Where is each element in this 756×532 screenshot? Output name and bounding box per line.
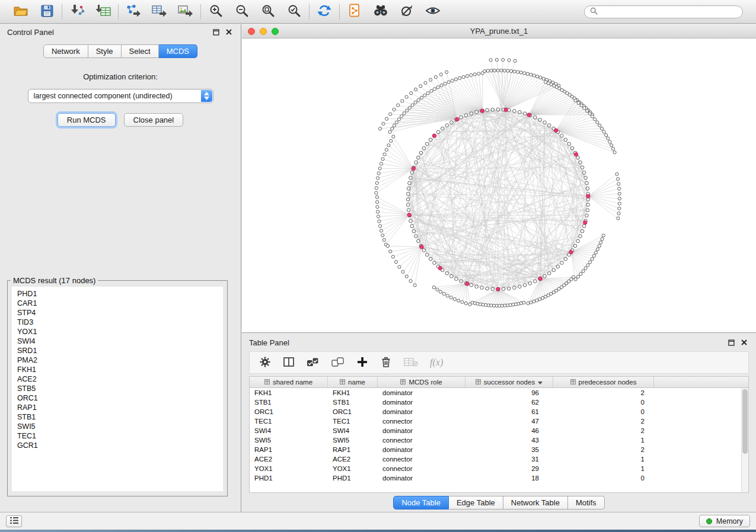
mcds-result-item[interactable]: PHD1: [17, 289, 218, 299]
export-table-button[interactable]: [151, 4, 168, 20]
mcds-result-item[interactable]: RAP1: [17, 403, 218, 412]
table-cell: SWI5: [250, 435, 328, 445]
add-column-icon[interactable]: [356, 356, 368, 370]
column-header-predecessor-nodes[interactable]: predecessor nodes: [553, 377, 654, 387]
find-button[interactable]: [372, 4, 390, 20]
zoom-out-button[interactable]: [233, 4, 251, 20]
mcds-result-item[interactable]: STP4: [17, 308, 218, 318]
refresh-button[interactable]: [315, 4, 333, 20]
network-canvas[interactable]: [242, 39, 756, 332]
mcds-result-item[interactable]: GCR1: [17, 441, 218, 450]
refresh-icon: [317, 4, 331, 20]
zoom-in-button[interactable]: [207, 4, 225, 20]
search-input[interactable]: [601, 8, 737, 16]
save-session-button[interactable]: [38, 4, 56, 20]
mcds-result-item[interactable]: PMA2: [17, 355, 218, 365]
export-image-icon: [178, 4, 193, 19]
column-header-name[interactable]: name: [328, 377, 378, 387]
float-panel-icon[interactable]: [211, 27, 221, 37]
copy-style-button[interactable]: [346, 4, 363, 20]
open-session-button[interactable]: [12, 4, 30, 20]
close-panel-icon[interactable]: [224, 27, 234, 37]
table-row[interactable]: YOX1YOX1connector291: [250, 464, 748, 473]
criterion-dropdown[interactable]: largest connected component (undirected): [28, 89, 213, 103]
table-cell: 96: [465, 388, 553, 398]
zoom-selected-button[interactable]: [285, 4, 303, 20]
zoom-fit-button[interactable]: [259, 4, 277, 20]
mcds-result-item[interactable]: YOX1: [17, 327, 218, 336]
table-settings-gear-icon[interactable]: [259, 356, 271, 370]
window-close-button[interactable]: [248, 28, 255, 35]
tab-select[interactable]: Select: [122, 44, 159, 58]
delete-column-icon[interactable]: [380, 356, 392, 370]
mcds-result-item[interactable]: STB1: [17, 412, 218, 422]
table-cell-filler: [654, 445, 748, 454]
mcds-result-item[interactable]: SWI4: [17, 336, 218, 346]
table-row[interactable]: ACE2ACE2connector311: [250, 454, 748, 464]
mcds-result-item[interactable]: STB5: [17, 384, 218, 393]
table-row[interactable]: STB1STB1dominator620: [250, 398, 748, 407]
select-all-icon[interactable]: [307, 356, 320, 370]
close-panel-icon[interactable]: [739, 338, 749, 347]
mcds-result-item[interactable]: TEC1: [17, 431, 218, 441]
search-box[interactable]: [584, 5, 743, 18]
window-maximize-button[interactable]: [272, 28, 279, 35]
tab-style[interactable]: Style: [88, 44, 122, 58]
task-history-button[interactable]: [6, 515, 22, 527]
export-image-button[interactable]: [177, 4, 194, 20]
tab-motifs[interactable]: Motifs: [568, 496, 605, 509]
sort-caret-icon[interactable]: [538, 379, 543, 386]
close-panel-button[interactable]: Close panel: [124, 113, 184, 127]
zoom-selected-icon: [287, 4, 301, 20]
mcds-result-item[interactable]: TID3: [17, 318, 218, 327]
search-icon: [590, 7, 598, 17]
mcds-result-list[interactable]: PHD1CAR1STP4TID3YOX1SWI4SRD1PMA2FKH1ACE2…: [12, 287, 223, 491]
mcds-result-item[interactable]: SWI5: [17, 422, 218, 431]
memory-status-icon: [706, 518, 712, 524]
table-row[interactable]: PHD1PHD1dominator180: [250, 473, 748, 483]
float-panel-icon[interactable]: [726, 338, 736, 347]
mcds-result-item[interactable]: SRD1: [17, 346, 218, 355]
mcds-result-item[interactable]: FKH1: [17, 365, 218, 374]
network-window-title: YPA_prune.txt_1: [470, 27, 528, 36]
tab-edge-table[interactable]: Edge Table: [449, 496, 503, 509]
column-attribute-icon: [570, 379, 576, 386]
eye-button[interactable]: [424, 4, 442, 20]
table-cell: YOX1: [250, 464, 328, 473]
import-table-button[interactable]: [94, 4, 112, 20]
table-row[interactable]: RAP1RAP1dominator352: [250, 445, 748, 454]
show-columns-icon[interactable]: [283, 356, 295, 370]
mcds-result-item[interactable]: CAR1: [17, 299, 218, 308]
graphics-details-button[interactable]: [398, 4, 416, 20]
table-row[interactable]: FKH1FKH1dominator962: [250, 388, 748, 398]
table-cell: 0: [553, 473, 654, 483]
column-attribute-icon: [264, 379, 270, 386]
column-header-successor-nodes[interactable]: successor nodes: [465, 377, 553, 387]
column-header-mcds-role[interactable]: MCDS role: [378, 377, 465, 387]
table-cell: 1: [553, 435, 654, 445]
table-cell: FKH1: [328, 388, 378, 398]
window-minimize-button[interactable]: [260, 28, 267, 35]
table-row[interactable]: SWI5SWI5connector431: [250, 435, 748, 445]
tab-node-table[interactable]: Node Table: [393, 496, 449, 509]
mcds-result-item[interactable]: ACE2: [17, 374, 218, 384]
column-attribute-icon: [340, 379, 345, 386]
import-network-button[interactable]: [68, 4, 86, 20]
table-row[interactable]: TEC1TEC1connector472: [250, 416, 748, 426]
deselect-all-icon[interactable]: [331, 356, 344, 370]
table-row[interactable]: SWI4SWI4dominator462: [250, 426, 748, 435]
column-header-shared-name[interactable]: shared name: [250, 377, 328, 387]
tab-network-table[interactable]: Network Table: [503, 496, 568, 509]
table-scrollbar-thumb[interactable]: [742, 389, 748, 454]
memory-button[interactable]: Memory: [699, 515, 750, 527]
tab-mcds[interactable]: MCDS: [159, 44, 197, 58]
table-scrollbar[interactable]: [741, 388, 748, 492]
table-cell: connector: [378, 464, 465, 473]
mcds-result-item[interactable]: ORC1: [17, 393, 218, 403]
table-row[interactable]: ORC1ORC1dominator610: [250, 407, 748, 416]
export-network-button[interactable]: [125, 4, 142, 20]
table-cell: 46: [465, 426, 553, 435]
run-mcds-button[interactable]: Run MCDS: [58, 113, 116, 127]
tab-network[interactable]: Network: [43, 44, 88, 58]
table-toolbar: f(x): [249, 351, 749, 374]
